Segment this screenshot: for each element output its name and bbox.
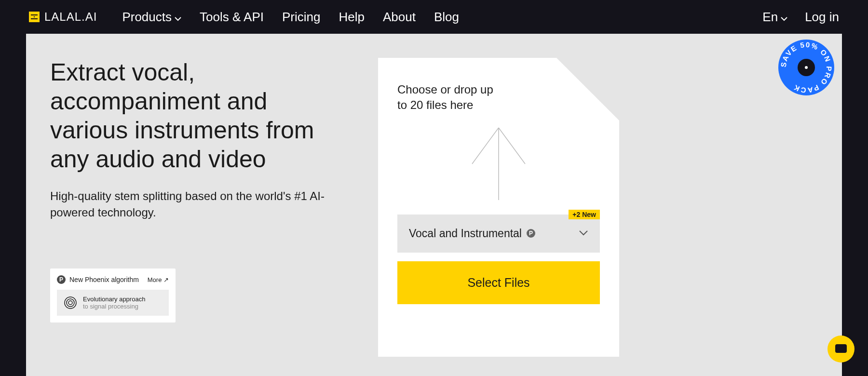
feature-text: Evolutionary approach to signal processi… bbox=[83, 295, 145, 310]
promo-badge[interactable]: SAVE 50% ON PRO PACK bbox=[777, 39, 835, 96]
nav-about[interactable]: About bbox=[383, 10, 416, 25]
chevron-down-icon bbox=[175, 10, 181, 25]
nav-products[interactable]: Products bbox=[122, 10, 181, 25]
nav-blog-label: Blog bbox=[434, 10, 459, 25]
chat-bubble-button[interactable] bbox=[827, 336, 854, 363]
svg-rect-2 bbox=[31, 18, 38, 19]
header: LALAL.AI Products Tools & API Pricing He… bbox=[0, 0, 868, 34]
phoenix-card: P New Phoenix algorithm More ↗ Evolution… bbox=[50, 269, 176, 322]
nav-help[interactable]: Help bbox=[339, 10, 364, 25]
hero-headline: Extract vocal, accompaniment and various… bbox=[50, 58, 349, 174]
nav-help-label: Help bbox=[339, 10, 364, 25]
feature-sub: to signal processing bbox=[83, 303, 145, 310]
nav-pricing-label: Pricing bbox=[282, 10, 320, 25]
right-column: Choose or drop up to 20 files here +2 Ne… bbox=[378, 58, 619, 376]
nav-about-label: About bbox=[383, 10, 416, 25]
nav-products-label: Products bbox=[122, 10, 172, 25]
login-link[interactable]: Log in bbox=[805, 10, 839, 25]
nav: Products Tools & API Pricing Help About … bbox=[122, 10, 459, 25]
stem-select-left: Vocal and Instrumental P bbox=[409, 227, 535, 240]
hero-subheadline: High-quality stem splitting based on the… bbox=[50, 188, 349, 220]
logo-text: LALAL.AI bbox=[44, 10, 97, 24]
header-left: LALAL.AI Products Tools & API Pricing He… bbox=[29, 10, 459, 25]
language-label: En bbox=[762, 10, 778, 25]
phoenix-badge-icon: P bbox=[527, 229, 535, 238]
select-files-button[interactable]: Select Files bbox=[397, 261, 600, 304]
logo-icon bbox=[29, 12, 40, 22]
header-right: En Log in bbox=[762, 10, 839, 25]
logo[interactable]: LALAL.AI bbox=[29, 10, 97, 24]
svg-rect-1 bbox=[34, 16, 35, 17]
feature-main: Evolutionary approach bbox=[83, 295, 145, 303]
nav-pricing[interactable]: Pricing bbox=[282, 10, 320, 25]
chevron-down-icon bbox=[579, 229, 588, 238]
stem-label: Vocal and Instrumental bbox=[409, 227, 522, 240]
login-label: Log in bbox=[805, 10, 839, 24]
nav-tools-label: Tools & API bbox=[200, 10, 264, 25]
svg-rect-0 bbox=[31, 14, 38, 15]
phoenix-header: P New Phoenix algorithm More ↗ bbox=[57, 275, 169, 284]
main-content: Extract vocal, accompaniment and various… bbox=[26, 34, 842, 376]
nav-blog[interactable]: Blog bbox=[434, 10, 459, 25]
spiral-icon bbox=[64, 296, 77, 309]
svg-point-4 bbox=[67, 299, 74, 307]
phoenix-p-icon: P bbox=[57, 275, 66, 284]
phoenix-header-left: P New Phoenix algorithm bbox=[57, 275, 139, 284]
stem-type-select[interactable]: +2 New Vocal and Instrumental P bbox=[397, 215, 600, 253]
language-selector[interactable]: En bbox=[762, 10, 787, 25]
svg-point-8 bbox=[805, 66, 808, 69]
phoenix-more-link[interactable]: More ↗ bbox=[148, 276, 169, 283]
phoenix-feature: Evolutionary approach to signal processi… bbox=[57, 290, 169, 316]
upload-arrow-icon bbox=[465, 123, 532, 200]
svg-point-5 bbox=[68, 301, 72, 305]
left-column: Extract vocal, accompaniment and various… bbox=[50, 58, 349, 376]
nav-tools[interactable]: Tools & API bbox=[200, 10, 264, 25]
chat-icon bbox=[834, 342, 848, 356]
upload-card[interactable]: Choose or drop up to 20 files here +2 Ne… bbox=[378, 58, 619, 357]
phoenix-title: New Phoenix algorithm bbox=[69, 276, 139, 283]
new-badge: +2 New bbox=[569, 210, 600, 219]
chevron-down-icon bbox=[781, 10, 787, 25]
upload-drop-text: Choose or drop up to 20 files here bbox=[397, 82, 494, 113]
